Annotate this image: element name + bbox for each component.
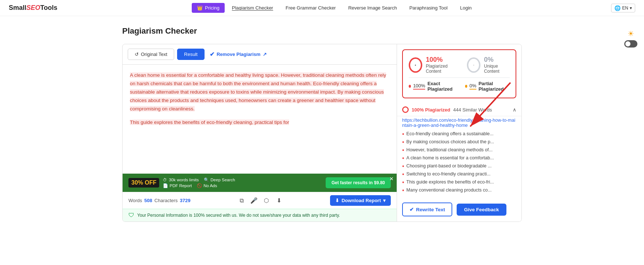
action-buttons-row: ✔ Rewrite Text Give Feedback (397, 197, 521, 222)
sun-icon: ☀ (628, 29, 634, 38)
text-paragraph-2: This guide explores the benefits of eco-… (130, 118, 389, 127)
chevron-up-icon[interactable]: ∧ (513, 107, 516, 113)
highlighted-text-2: This guide explores the benefits of eco-… (130, 120, 289, 125)
partial-percent: 0% (469, 83, 476, 90)
right-panel: ● 100% Plagiarized Content ● 0% (397, 44, 521, 222)
list-item: • Switching to eco-friendly cleaning pra… (402, 170, 516, 178)
matched-url[interactable]: https://techbullion.com/eco-friendly-cle… (397, 116, 521, 129)
bullet-icon: • (402, 163, 404, 169)
nav-grammar-checker[interactable]: Free Grammar Checker (280, 3, 341, 13)
plagiarized-text: 100% Plagiarized (412, 107, 450, 113)
promo-feature-row-1: ⏱ 30k words limits 🔍 Deep Search (163, 177, 235, 182)
plagiarized-label: Plagiarized Content (426, 64, 458, 74)
exact-plagiarized-stat: 100% Exact Plagiarized (409, 81, 456, 92)
rewrite-text-btn[interactable]: ✔ Rewrite Text (402, 202, 452, 216)
off-badge: 30% OFF (128, 178, 159, 188)
promo-features: ⏱ 30k words limits 🔍 Deep Search 📄 (163, 177, 235, 188)
similar-words-left: 100% Plagiarized 444 Similar Words (402, 106, 492, 113)
external-link-icon: ↗ (263, 52, 267, 57)
tab-result[interactable]: Result (177, 49, 205, 60)
nav-pricing[interactable]: 👑 Pricing (192, 3, 225, 13)
list-item: • By making conscious choices about the … (402, 138, 516, 146)
tab-bar: ↺ Original Text Result ✔ Remove Plagiari… (123, 44, 397, 65)
plagiarized-percent: 100% (426, 56, 458, 64)
unique-stat-text: 0% Unique Content (484, 56, 510, 74)
logo-seo: SEO (26, 4, 40, 12)
nav-plagiarism-checker[interactable]: Plagiarism Checker (227, 3, 278, 13)
noads-icon: 🚫 (197, 183, 202, 188)
chars-label: Characters (154, 198, 178, 203)
chevron-down-icon: ▾ (630, 5, 632, 11)
download-report-btn[interactable]: ⬇ Download Report ▾ (330, 195, 391, 206)
promo-left: 30% OFF ⏱ 30k words limits 🔍 Deep Search (128, 177, 235, 188)
right-scroll-area: 100% Plagiarized 444 Similar Words ∧ htt… (397, 103, 521, 197)
mic-icon[interactable]: 🎤 (250, 196, 258, 205)
bullet-icon: • (402, 147, 404, 153)
text-content-area: A clean home is essential for a comforta… (123, 65, 397, 174)
list-item: • A clean home is essential for a comfor… (402, 154, 516, 162)
get-faster-btn[interactable]: Get faster results in $9.80 (326, 177, 391, 188)
nav-reverse-image-search[interactable]: Reverse Image Search (343, 3, 402, 13)
left-panel: ↺ Original Text Result ✔ Remove Plagiari… (123, 44, 397, 222)
list-item: • However, traditional cleaning methods … (402, 146, 516, 154)
navbar: SmallSEOTools 👑 Pricing Plagiarism Check… (0, 0, 644, 16)
share-icon[interactable]: ⬡ (262, 196, 271, 205)
tab-original-text[interactable]: ↺ Original Text (128, 49, 174, 60)
bullet-icon: • (402, 179, 404, 185)
refresh-icon: ↺ (135, 52, 139, 57)
list-item: • Choosing plant-based or biodegradable … (402, 162, 516, 170)
check-icon: ✔ (210, 51, 214, 58)
text-paragraph-1: A clean home is essential for a comforta… (130, 71, 389, 113)
stat-divider (409, 77, 510, 78)
remove-plagiarism-btn[interactable]: ✔ Remove Plagiarism ↗ (210, 51, 267, 58)
promo-feature-noads: 🚫 No Ads (197, 183, 217, 188)
dot-red (409, 85, 411, 88)
give-feedback-btn[interactable]: Give Feedback (457, 204, 506, 216)
nav-paraphrasing-tool[interactable]: Paraphrasing Tool (404, 3, 453, 13)
check-circle-icon: ✔ (409, 207, 414, 212)
promo-feature-pdf: 📄 PDF Report (163, 183, 192, 188)
nav-links: 👑 Pricing Plagiarism Checker Free Gramma… (192, 3, 477, 13)
words-count: 508 (144, 198, 152, 203)
plagiarized-stat-text: 100% Plagiarized Content (426, 56, 458, 74)
words-label: Words (128, 198, 142, 203)
plagiarized-circle: ● (409, 57, 422, 73)
search-icon: 🔍 (204, 177, 209, 182)
doc-icon: 📄 (163, 183, 168, 188)
promo-feature-row-2: 📄 PDF Report 🚫 No Ads (163, 183, 235, 188)
bullet-icon: • (402, 131, 404, 137)
copy-icon[interactable]: ⧉ (237, 196, 246, 205)
bullet-icon: • (402, 139, 404, 145)
dark-mode-toggle[interactable] (624, 40, 637, 48)
clock-icon: ⏱ (163, 178, 167, 182)
privacy-text: Your Personal Information is 100% secure… (137, 213, 340, 218)
bullet-icon: • (402, 171, 404, 177)
off-percent: 30% OFF (131, 179, 156, 186)
crown-icon: 👑 (197, 5, 203, 11)
language-selector[interactable]: 🌐 EN ▾ (611, 4, 635, 12)
result-box: ● 100% Plagiarized Content ● 0% (402, 49, 516, 98)
site-logo: SmallSEOTools (9, 4, 57, 12)
nav-login[interactable]: Login (455, 3, 477, 13)
highlighted-text: A clean home is essential for a comforta… (130, 72, 386, 111)
logo-tools: Tools (40, 4, 57, 12)
promo-feature-deep: 🔍 Deep Search (204, 177, 235, 182)
checker-layout: ↺ Original Text Result ✔ Remove Plagiari… (122, 44, 522, 222)
import-icon[interactable]: ⬇ (274, 196, 283, 205)
unique-label: Unique Content (484, 64, 510, 74)
unique-circle: ● (467, 57, 480, 73)
result-stats-row: ● 100% Plagiarized Content ● 0% (409, 56, 510, 74)
word-count-bar: Words 508 Characters 3729 ⧉ 🎤 ⬡ ⬇ ⬇ Down… (123, 192, 397, 209)
unique-stat: ● 0% Unique Content (467, 56, 510, 74)
close-promo-btn[interactable]: ✕ (389, 176, 394, 182)
page-title: Plagiarism Checker (122, 26, 522, 36)
exact-percent: 100% (413, 83, 425, 90)
nav-right: 🌐 EN ▾ (611, 4, 635, 12)
main-container: Plagiarism Checker ↺ Original Text Resul… (113, 16, 531, 222)
dark-mode-area: ☀ (624, 29, 637, 48)
lang-label: EN (622, 5, 628, 11)
matched-list: • Eco-friendly cleaning offers a sustain… (397, 129, 521, 197)
exact-label: Exact Plagiarized (427, 81, 456, 92)
plagiarized-circle-small (402, 106, 409, 113)
partial-plagiarized-stat: 0% Partial Plagiarized (465, 81, 510, 92)
